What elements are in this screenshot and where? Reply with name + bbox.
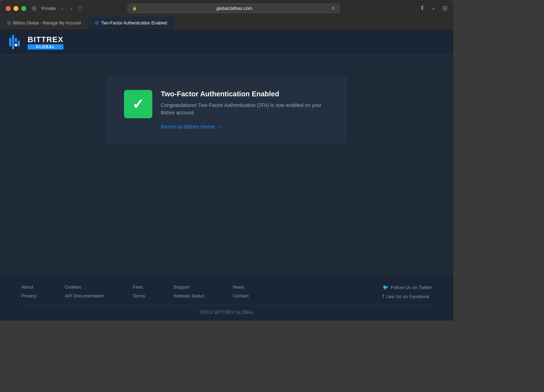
logo: BITTREX GLOBAL [8,34,445,50]
logo-bittrex: BITTREX [28,35,63,44]
twitter-icon: 🐦 [382,284,389,290]
footer-link-terms[interactable]: Terms [133,293,145,299]
footer-link-website-status[interactable]: Website Status [174,293,204,299]
twitter-label: Follow Us on Twitter [391,285,432,290]
card-description: Congratulations! Two-Factor Authenticati… [161,102,329,117]
check-icon-box: ✓ [124,90,152,118]
page: BITTREX GLOBAL ✓ Two-Factor Authenticati… [0,30,453,320]
logo-text: BITTREX GLOBAL [28,35,63,50]
tab-2fa-enabled[interactable]: ⊞ Two-Factor Authentication Enabled [88,17,174,30]
facebook-link[interactable]: f Like Us on Facebook [382,294,432,299]
footer-copyright: ©2022 BITTREX GLOBAL [21,305,432,315]
svg-rect-3 [18,41,20,46]
tab-manage-account[interactable]: ⊞ Bittrex Global - Manage My Account [0,17,88,30]
footer-link-privacy[interactable]: Privacy [21,293,36,299]
svg-rect-2 [15,38,17,42]
site-header: BITTREX GLOBAL [0,30,453,55]
tab2-icon: ⊞ [95,20,99,25]
main-content: ✓ Two-Factor Authentication Enabled Cong… [0,55,453,274]
share-icon[interactable]: ⬆ [420,4,425,13]
success-card: ✓ Two-Factor Authentication Enabled Cong… [106,76,347,144]
footer-col-support: Support Website Status [174,284,204,299]
footer-col-news: News Contact [233,284,249,299]
logo-global: GLOBAL [28,44,63,50]
return-home-link[interactable]: Return to Bittrex Home → [161,124,329,130]
footer-link-news[interactable]: News [233,284,249,290]
site-footer: About Privacy Cookies API Documentation … [0,274,453,320]
card-content: ✓ Two-Factor Authentication Enabled Cong… [124,90,329,130]
footer-link-api[interactable]: API Documentation [65,293,104,299]
new-tab-icon[interactable]: ＋ [430,4,437,13]
footer-col-fees: Fees Terms [133,284,145,299]
footer-col-about: About Privacy [21,284,36,299]
checkmark: ✓ [132,96,144,112]
footer-link-support[interactable]: Support [174,284,204,290]
footer-link-cookies[interactable]: Cookies [65,284,104,290]
minimize-button[interactable] [13,6,18,11]
footer-social-col: 🐦 Follow Us on Twitter f Like Us on Face… [382,284,432,299]
footer-col-cookies: Cookies API Documentation [65,284,104,299]
tab1-icon: ⊞ [7,20,11,25]
back-button[interactable]: ‹ [60,5,64,12]
svg-rect-0 [9,38,11,46]
twitter-link[interactable]: 🐦 Follow Us on Twitter [382,284,432,290]
svg-rect-4 [15,44,17,46]
forward-button[interactable]: › [69,5,74,12]
card-title: Two-Factor Authentication Enabled [161,90,329,98]
tab1-label: Bittrex Global - Manage My Account [13,21,81,25]
sidebar-toggle-icon[interactable]: ⊞ [32,5,36,12]
private-label: Private [41,6,56,11]
footer-link-contact[interactable]: Contact [233,293,249,299]
footer-link-fees[interactable]: Fees [133,284,145,290]
facebook-icon: f [382,294,384,299]
maximize-button[interactable] [21,6,26,11]
tab2-label: Two-Factor Authentication Enabled [101,21,167,25]
facebook-label: Like Us on Facebook [386,294,429,299]
shield-icon: 🛡 [78,6,83,11]
url-bar[interactable]: 🔒 global.bittrex.com ↻ [128,4,340,13]
lock-icon: 🔒 [132,6,137,11]
tabs-bar: ⊞ Bittrex Global - Manage My Account ⊞ T… [0,17,453,30]
browser-actions: ⬆ ＋ ⊞ [420,4,448,13]
tabs-icon[interactable]: ⊞ [442,4,448,13]
svg-rect-1 [12,35,14,49]
footer-link-about[interactable]: About [21,284,36,290]
card-text: Two-Factor Authentication Enabled Congra… [161,90,329,130]
logo-icon [8,34,24,50]
url-text: global.bittrex.com [139,6,329,11]
traffic-lights [6,6,26,11]
footer-links: About Privacy Cookies API Documentation … [21,284,432,299]
refresh-icon[interactable]: ↻ [332,6,335,11]
close-button[interactable] [6,6,11,11]
